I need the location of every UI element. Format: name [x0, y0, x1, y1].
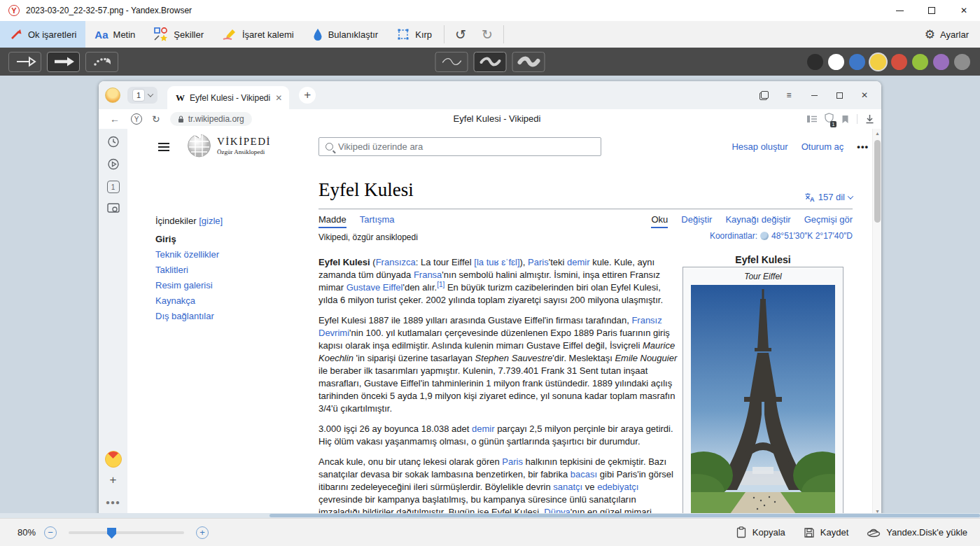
- tool-marker[interactable]: İşaret kalemi: [213, 21, 303, 48]
- stroke-width-thick[interactable]: [512, 52, 545, 72]
- close-button[interactable]: ✕: [948, 0, 980, 21]
- tab-talk[interactable]: Tartışma: [360, 214, 395, 228]
- page-scrollbar[interactable]: ▲ ▼: [872, 129, 881, 516]
- tab-article[interactable]: Madde: [318, 214, 346, 228]
- copy-label: Kopyala: [752, 527, 785, 538]
- editor-canvas[interactable]: 1 W Eyfel Kulesi - Vikipedi ✕ + ≡ ✕: [0, 76, 980, 518]
- tool-blur[interactable]: Bulanıklaştır: [303, 21, 388, 48]
- search-input[interactable]: [338, 141, 601, 152]
- color-swatch-gray[interactable]: [954, 54, 970, 70]
- arrow-style-thin[interactable]: [8, 52, 41, 72]
- color-swatch-blue[interactable]: [849, 54, 865, 70]
- upload-disk-button[interactable]: Yandex.Disk'e yükle: [867, 527, 967, 538]
- canvas-hscroll-thumb[interactable]: [270, 514, 980, 517]
- blur-tool-icon: [312, 27, 323, 41]
- browser-address-bar: ← Y ↻ tr.wikipedia.org Eyfel Kulesi - Vi…: [99, 109, 881, 129]
- arrow-style-thick[interactable]: [47, 52, 80, 72]
- article-link[interactable]: demir: [567, 257, 590, 267]
- scroll-up-icon[interactable]: ▲: [873, 131, 881, 136]
- redo-button[interactable]: ↻: [474, 27, 500, 43]
- crop-tool-icon: [396, 27, 410, 41]
- toc-hide-link[interactable]: [gizle]: [199, 216, 223, 226]
- wiki-search-box[interactable]: [318, 137, 601, 156]
- color-swatch-purple[interactable]: [933, 54, 949, 70]
- language-count: 157 dil: [818, 192, 845, 202]
- tab-read[interactable]: Oku: [651, 214, 668, 228]
- toc-item[interactable]: Dış bağlantılar: [155, 312, 295, 321]
- address-separator: [857, 114, 858, 124]
- zoom-slider-handle[interactable]: [107, 528, 116, 539]
- coordinates[interactable]: Koordinatlar: 48°51′30″K 2°17′40″D: [710, 231, 853, 241]
- color-swatch-yellow[interactable]: [870, 54, 886, 70]
- globe-icon: [760, 232, 769, 240]
- article-link[interactable]: Fransızca: [376, 257, 416, 267]
- article-text: 'in siparişi üzerine tasarlayan: [354, 353, 475, 363]
- article-link[interactable]: Paris: [502, 456, 523, 467]
- article-link[interactable]: sanatçı: [553, 482, 582, 492]
- color-swatch-black[interactable]: [807, 54, 823, 70]
- color-swatch-white[interactable]: [828, 54, 844, 70]
- toc-item[interactable]: Taklitleri: [155, 265, 295, 274]
- language-selector[interactable]: A 157 dil: [804, 192, 853, 202]
- zoom-in-button[interactable]: +: [196, 526, 209, 539]
- article-link[interactable]: Gustave Eiffel: [346, 282, 403, 293]
- zoom-slider[interactable]: [69, 531, 184, 534]
- undo-button[interactable]: ↺: [447, 27, 474, 43]
- toc-item[interactable]: Giriş: [155, 234, 295, 244]
- screenshot-image[interactable]: 1 W Eyfel Kulesi - Vikipedi ✕ + ≡ ✕: [99, 81, 881, 516]
- text-tool-icon: Aa: [94, 29, 108, 41]
- upload-label: Yandex.Disk'e yükle: [886, 527, 967, 538]
- article-text: (: [370, 257, 376, 267]
- toc-item[interactable]: Kaynakça: [155, 296, 295, 305]
- tab-history[interactable]: Geçmişi gör: [804, 214, 853, 228]
- translate-icon: A: [804, 192, 815, 202]
- clipboard-icon: [736, 526, 747, 538]
- browser-menu-icon: ≡: [776, 90, 802, 100]
- article-text: 'teki: [549, 257, 567, 267]
- zoom-out-button[interactable]: −: [44, 526, 57, 539]
- minimize-button[interactable]: [883, 0, 916, 21]
- shield-badge: 1: [830, 121, 836, 127]
- article-link[interactable]: demir: [472, 424, 495, 434]
- article-paragraph: 3.000 işçi 26 ay boyunca 18.038 adet dem…: [318, 423, 678, 448]
- scrollbar-thumb[interactable]: [874, 140, 881, 223]
- color-swatch-green[interactable]: [912, 54, 928, 70]
- copy-button[interactable]: Kopyala: [736, 526, 785, 538]
- tool-crop[interactable]: Kırp: [387, 21, 441, 48]
- tool-arrows[interactable]: Ok işaretleri: [0, 21, 85, 48]
- article-text: : La tour Eiffel: [416, 257, 475, 267]
- toc-item[interactable]: Teknik özellikler: [155, 250, 295, 259]
- stroke-width-medium[interactable]: [474, 52, 507, 72]
- article-text[interactable]: [1]: [437, 281, 444, 288]
- settings-label: Ayarlar: [940, 29, 969, 40]
- sign-in-link[interactable]: Oturum aç: [802, 141, 844, 152]
- toc-item[interactable]: Resim galerisi: [155, 281, 295, 290]
- table-of-contents: İçindekiler [gizle] GirişTeknik özellikl…: [155, 216, 295, 327]
- maximize-button[interactable]: [916, 0, 948, 21]
- wiki-logo-title: VİKİPEDİ: [217, 136, 271, 148]
- color-swatch-red[interactable]: [891, 54, 907, 70]
- article-link[interactable]: bacası: [570, 469, 597, 479]
- tab-edit-source[interactable]: Kaynağı değiştir: [725, 214, 790, 228]
- browser-close-icon: ✕: [852, 90, 877, 100]
- tab-edit[interactable]: Değiştir: [681, 214, 712, 228]
- tool-text[interactable]: Aa Metin: [85, 21, 144, 48]
- search-icon: [326, 143, 333, 150]
- article-link[interactable]: [la tuʁ ɛˈfɛl]: [474, 257, 519, 267]
- more-options-icon[interactable]: •••: [857, 141, 869, 152]
- article-link[interactable]: Fransa: [414, 270, 442, 280]
- tool-shapes[interactable]: Şekiller: [144, 21, 213, 48]
- arrow-style-dotted[interactable]: [85, 52, 118, 72]
- create-account-link[interactable]: Hesap oluştur: [732, 141, 788, 152]
- chevron-down-icon: [148, 91, 153, 97]
- article-text: Emile Nouguier: [615, 353, 677, 363]
- infobox-subtitle: Tour Eiffel: [683, 267, 843, 285]
- thin-arrow-icon: [13, 54, 37, 69]
- save-button[interactable]: Kaydet: [804, 527, 848, 538]
- settings-button[interactable]: ⚙ Ayarlar: [913, 21, 980, 48]
- canvas-horizontal-scrollbar[interactable]: [0, 513, 980, 518]
- article-link[interactable]: Paris: [528, 257, 549, 267]
- thick-arrow-icon: [52, 54, 76, 69]
- article-link[interactable]: edebiyatçı: [597, 482, 638, 492]
- stroke-width-thin[interactable]: [435, 52, 468, 72]
